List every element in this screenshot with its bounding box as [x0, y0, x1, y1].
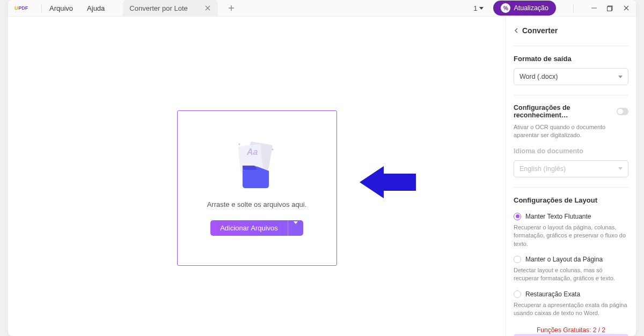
layout-section-title: Configurações de Layout — [514, 196, 628, 204]
dropzone-text: Arraste e solte os arquivos aqui. — [207, 200, 307, 208]
upgrade-icon: % — [501, 3, 510, 13]
files-illustration: Aa — [228, 140, 287, 191]
output-format-select[interactable]: Word (.docx) — [514, 68, 628, 85]
main-area: Aa Arraste e solte os arquivos aqui. Adi… — [8, 17, 506, 336]
file-count[interactable]: 1 — [473, 4, 484, 12]
chevron-down-icon[interactable] — [288, 220, 303, 236]
app-logo: U PDF — [14, 4, 34, 12]
dropzone[interactable]: Aa Arraste e solte os arquivos aqui. Adi… — [177, 110, 337, 266]
apply-button[interactable]: Aplicar — [514, 334, 628, 336]
svg-text:PDF: PDF — [18, 5, 28, 11]
divider — [41, 4, 42, 12]
sidebar-title: Converter — [522, 26, 558, 35]
back-icon[interactable] — [514, 28, 519, 33]
radio-desc: Recuperar a apresentação exata da página… — [514, 301, 628, 318]
radio-icon — [514, 256, 521, 263]
doc-language-label: Idioma do documento — [514, 147, 628, 155]
menu-help[interactable]: Ajuda — [87, 4, 105, 12]
doc-language-select: English (Inglês) — [514, 160, 628, 177]
svg-marker-8 — [360, 166, 416, 198]
new-tab-icon[interactable] — [228, 4, 235, 12]
radio-floating-text[interactable]: Manter Texto Flutuante — [514, 213, 628, 220]
radio-page-layout[interactable]: Manter o Layout da Página — [514, 256, 628, 263]
radio-desc: Detectar layout e colunas, mas só recupe… — [514, 266, 628, 283]
ocr-description: Ativar o OCR quando o documento aparenta… — [514, 123, 628, 140]
svg-text:Aa: Aa — [246, 147, 258, 156]
menu-file[interactable]: Arquivo — [49, 4, 73, 12]
tab-title: Converter por Lote — [129, 4, 187, 12]
ocr-section-title: Configurações de reconheciment… — [514, 104, 617, 119]
close-icon[interactable] — [204, 4, 211, 12]
free-functions-text: Funções Gratuitas: 2 / 2 — [514, 326, 628, 334]
svg-point-7 — [238, 144, 240, 145]
divider — [573, 4, 574, 12]
svg-rect-3 — [608, 7, 612, 11]
radio-desc: Recuperar o layout da página, colunas, f… — [514, 223, 628, 248]
chevron-down-icon — [479, 7, 484, 10]
minimize-icon[interactable] — [591, 5, 597, 11]
output-format-label: Formato de saída — [514, 55, 628, 63]
radio-icon — [514, 213, 521, 220]
svg-text:U: U — [14, 5, 18, 11]
tab-batch-convert[interactable]: Converter por Lote — [123, 0, 217, 16]
chevron-down-icon — [618, 76, 623, 78]
annotation-arrow — [360, 164, 416, 200]
titlebar: U PDF Arquivo Ajuda Converter por Lote 1… — [8, 0, 636, 17]
radio-icon — [514, 290, 521, 298]
maximize-icon[interactable] — [607, 5, 613, 11]
chevron-down-icon — [618, 167, 623, 170]
ocr-toggle[interactable] — [617, 108, 628, 115]
add-files-button[interactable]: Adicionar Arquivos — [210, 220, 303, 236]
radio-exact-restore[interactable]: Restauração Exata — [514, 290, 628, 298]
upgrade-button[interactable]: % Atualização — [493, 1, 556, 16]
settings-sidebar: Converter Formato de saída Word (.docx) … — [506, 17, 636, 336]
close-icon[interactable] — [623, 5, 630, 11]
